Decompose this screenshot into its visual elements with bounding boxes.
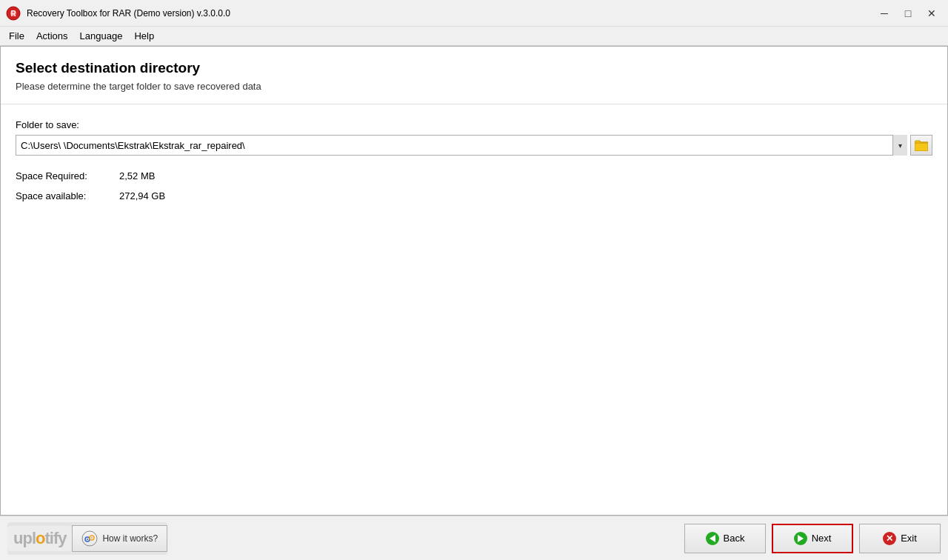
watermark-tify: tify bbox=[44, 529, 66, 547]
how-it-works-label: How it works? bbox=[102, 533, 158, 544]
page-title: Select destination directory bbox=[16, 60, 932, 76]
folder-input-row: C:\Users\ \Documents\Ekstrak\Ekstrak_rar… bbox=[16, 135, 932, 156]
next-label: Next bbox=[812, 533, 832, 544]
back-label: Back bbox=[724, 533, 745, 544]
folder-icon bbox=[915, 139, 928, 151]
app-icon: R bbox=[6, 6, 21, 21]
exit-icon: ✕ bbox=[883, 532, 896, 545]
next-arrow-icon bbox=[798, 535, 804, 542]
info-grid: Space Required: 2,52 MB Space available:… bbox=[16, 170, 932, 201]
watermark: uplotify bbox=[7, 526, 72, 551]
svg-point-8 bbox=[91, 537, 93, 539]
footer-left: uplotify How it works? bbox=[7, 522, 678, 555]
folder-dropdown-wrapper: C:\Users\ \Documents\Ekstrak\Ekstrak_rar… bbox=[16, 135, 907, 156]
back-icon bbox=[706, 532, 719, 545]
menu-help[interactable]: Help bbox=[128, 28, 160, 44]
exit-button[interactable]: ✕ Exit bbox=[859, 524, 941, 553]
menu-actions[interactable]: Actions bbox=[30, 28, 74, 44]
folder-dropdown[interactable]: C:\Users\ \Documents\Ekstrak\Ekstrak_rar… bbox=[16, 135, 907, 156]
svg-rect-3 bbox=[915, 142, 928, 151]
title-bar: R Recovery Toolbox for RAR (Demo version… bbox=[0, 0, 948, 27]
window-title: Recovery Toolbox for RAR (Demo version) … bbox=[27, 8, 874, 19]
space-available-value: 272,94 GB bbox=[119, 190, 932, 201]
back-arrow-icon bbox=[710, 535, 715, 542]
next-button[interactable]: Next bbox=[772, 524, 853, 553]
folder-label: Folder to save: bbox=[16, 119, 932, 130]
svg-point-6 bbox=[87, 539, 88, 540]
menu-file[interactable]: File bbox=[3, 28, 30, 44]
exit-x-symbol: ✕ bbox=[886, 533, 893, 544]
exit-label: Exit bbox=[901, 533, 917, 544]
svg-text:R: R bbox=[10, 10, 16, 18]
footer-buttons: Back Next ✕ Exit bbox=[684, 524, 941, 553]
main-content: Select destination directory Please dete… bbox=[0, 46, 948, 516]
watermark-upl: upl bbox=[13, 529, 36, 547]
close-button[interactable]: ✕ bbox=[921, 4, 942, 22]
space-required-label: Space Required: bbox=[16, 170, 119, 181]
back-button[interactable]: Back bbox=[684, 524, 766, 553]
menu-language[interactable]: Language bbox=[74, 28, 129, 44]
minimize-button[interactable]: ─ bbox=[874, 4, 895, 22]
how-it-works-button[interactable]: How it works? bbox=[72, 525, 167, 552]
menu-bar: File Actions Language Help bbox=[0, 27, 948, 46]
content-area: Folder to save: C:\Users\ \Documents\Eks… bbox=[1, 104, 947, 515]
browse-button[interactable] bbox=[910, 135, 932, 156]
space-available-label: Space available: bbox=[16, 190, 119, 201]
maximize-button[interactable]: □ bbox=[898, 4, 918, 22]
header-section: Select destination directory Please dete… bbox=[1, 47, 947, 104]
window-controls: ─ □ ✕ bbox=[874, 4, 942, 22]
how-it-works-icon bbox=[81, 530, 98, 547]
footer: uplotify How it works? Back bbox=[0, 516, 948, 560]
space-required-value: 2,52 MB bbox=[119, 170, 932, 181]
page-subtitle: Please determine the target folder to sa… bbox=[16, 81, 932, 92]
watermark-o: o bbox=[36, 529, 44, 547]
next-icon bbox=[794, 532, 807, 545]
